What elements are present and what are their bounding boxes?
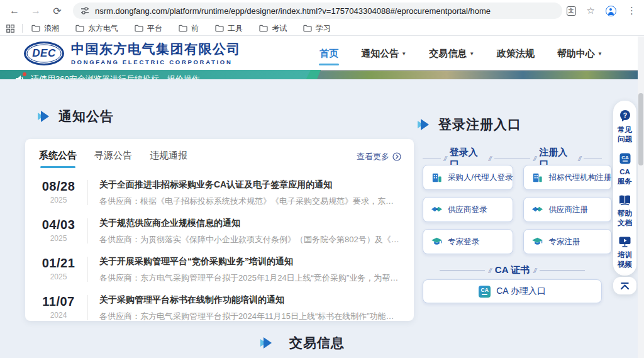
company-name-en: DONGFANG ELECTRIC CORPORATION [71, 59, 241, 65]
notices-card: 系统公告 寻源公告 违规通报 查看更多 08/28 2025 关于全面推进非招标… [25, 139, 414, 321]
folder-icon [75, 25, 84, 32]
notice-list-item[interactable]: 11/07 2024 关于采购管理平台标书在线制作功能培训的通知 各供应商：东方… [39, 288, 401, 327]
bookmark-folder-langchao[interactable]: 浪潮 [31, 23, 59, 34]
tab-label: 违规通报 [150, 150, 187, 162]
trade-section-header: 交易信息 [0, 334, 604, 352]
ca-service-rail-button[interactable]: CA CA服务 [617, 152, 633, 186]
ca-badge-underline [482, 294, 487, 295]
divider [87, 218, 88, 243]
question-bubble-icon: ? [618, 109, 632, 123]
view-more-link[interactable]: 查看更多 [357, 151, 401, 162]
nav-policies[interactable]: 政策法规 [497, 48, 535, 60]
notice-year: 2025 [39, 272, 78, 281]
scrollbar-thumb[interactable] [638, 93, 643, 165]
notice-description: 各供应商：根据《电子招标投标系统技术规范》《电子采购交易规范》要求，东方电气采购… [99, 196, 401, 207]
apps-grid-icon[interactable] [6, 25, 14, 33]
tab-label: 系统公告 [39, 150, 77, 162]
notice-date: 04/03 [39, 218, 78, 232]
divider [423, 159, 441, 159]
decorative-slashes: // [533, 155, 536, 162]
site-settings-icon[interactable] [80, 6, 89, 15]
main-navigation: 首页 通知公告 ▼ 交易信息 ▼ 政策法规 帮助中心 ▼ [319, 36, 602, 70]
bookmark-folder-pingtai[interactable]: 平台 [135, 23, 162, 34]
chevron-down-icon: ▼ [469, 51, 474, 57]
tab-active-underline [40, 166, 75, 168]
bookmark-folder-qian[interactable]: 前 [179, 23, 199, 34]
bookmark-folder-xuexi[interactable]: 学习 [303, 23, 331, 34]
page-scrollbar[interactable] [638, 36, 644, 358]
notice-list-item[interactable]: 04/03 2025 关于规范供应商企业规模信息的通知 各供应商：为贯彻落实《保… [39, 211, 401, 250]
tab-sourcing-notices[interactable]: 寻源公告 [94, 150, 132, 162]
notice-date-box: 01/21 2025 [39, 255, 78, 284]
handshake-icon [431, 204, 443, 216]
faq-rail-button[interactable]: ? 常见问题 [617, 109, 633, 144]
dec-logo-icon: DEC [24, 42, 64, 65]
supplier-login-button[interactable]: 供应商登录 [423, 197, 513, 222]
tab-violation-reports[interactable]: 违规通报 [150, 150, 187, 162]
profile-avatar-icon[interactable] [606, 6, 616, 16]
training-videos-rail-button[interactable]: 培训视频 [617, 236, 633, 269]
bookmark-label: 工具 [228, 23, 243, 34]
notice-date-box: 11/07 2024 [39, 293, 78, 322]
browser-reload-icon[interactable]: ⟳ [52, 5, 63, 17]
dec-logo-text: DEC [32, 47, 55, 60]
notice-title[interactable]: 关于全面推进非招标采购业务CA认证及电子签章应用的通知 [99, 179, 401, 191]
handshake-icon [531, 204, 543, 216]
chevron-down-icon: ▼ [597, 51, 602, 57]
browser-menu-icon[interactable]: ⋮ [627, 5, 636, 16]
tab-system-notices[interactable]: 系统公告 [39, 150, 77, 168]
floating-sidebar: ? 常见问题 CA CA服务 帮助文档 培训视频 [613, 101, 636, 276]
bookmark-label: 浪潮 [44, 23, 59, 34]
notice-title[interactable]: 关于开展采购管理平台“竞价采购业务”培训的通知 [99, 256, 401, 267]
nav-help-center[interactable]: 帮助中心 ▼ [557, 48, 602, 60]
notice-list-item[interactable]: 01/21 2025 关于开展采购管理平台“竞价采购业务”培训的通知 各供应商：… [39, 250, 401, 288]
nav-notices[interactable]: 通知公告 ▼ [361, 48, 406, 60]
notice-date: 11/07 [39, 294, 78, 309]
button-label: 专家注册 [548, 237, 580, 247]
bookmark-label: 平台 [147, 23, 162, 34]
folder-icon [31, 25, 40, 32]
notices-section-title: 通知公告 [58, 108, 114, 125]
company-logo[interactable]: DEC 中国东方电气集团有限公司 DONGFANG ELECTRIC CORPO… [24, 42, 241, 65]
back-to-top-button[interactable] [613, 277, 636, 294]
divider [87, 180, 88, 205]
notification-dot [23, 72, 26, 76]
bookmark-star-icon[interactable]: ☆ [587, 5, 595, 16]
browser-forward-icon[interactable]: → [30, 5, 42, 16]
bookmark-label: 学习 [316, 23, 331, 34]
ca-badge-icon: CA [479, 286, 491, 298]
folder-icon [215, 25, 224, 32]
notice-date-box: 08/28 2025 [39, 178, 78, 207]
notice-title[interactable]: 关于采购管理平台标书在线制作功能培训的通知 [99, 294, 401, 306]
agency-register-button[interactable]: 招标代理机构注册 [523, 165, 612, 190]
nav-home[interactable]: 首页 [319, 48, 338, 60]
help-docs-rail-button[interactable]: 帮助文档 [617, 194, 633, 228]
divider [540, 270, 585, 271]
back-to-top-icon [619, 282, 630, 290]
ca-apply-button[interactable]: CA CA 办理入口 [423, 279, 602, 303]
supplier-register-button[interactable]: 供应商注册 [523, 197, 612, 222]
faq-rail-label: 常见问题 [617, 125, 633, 144]
bookmark-folder-kaoshi[interactable]: 考试 [259, 23, 287, 34]
ca-service-rail-label: CA服务 [617, 167, 633, 186]
notice-title[interactable]: 关于规范供应商企业规模信息的通知 [99, 218, 401, 229]
building-icon [531, 172, 543, 184]
notices-section-header: 通知公告 [36, 108, 114, 125]
svg-text:?: ? [623, 111, 626, 119]
url-text[interactable]: nsrm.dongfang.com/platform/runtime/epp/d… [95, 6, 491, 16]
browser-back-icon[interactable]: ← [9, 5, 20, 16]
notice-list-item[interactable]: 08/28 2025 关于全面推进非招标采购业务CA认证及电子签章应用的通知 各… [39, 173, 401, 211]
purchaser-login-button[interactable]: 采购人/代理人登录 [423, 165, 513, 190]
expert-register-button[interactable]: 专家注册 [523, 229, 612, 254]
ca-group-header: // CA 证书 // [423, 264, 602, 276]
notices-tabs: 系统公告 寻源公告 违规通报 查看更多 [25, 139, 414, 172]
bookmark-folder-dongfang[interactable]: 东方电气 [75, 23, 118, 34]
bookmark-label: 东方电气 [88, 23, 118, 34]
bookmark-folder-gongju[interactable]: 工具 [215, 23, 243, 34]
notice-year: 2025 [39, 196, 78, 204]
section-arrow-icon [259, 336, 273, 350]
expert-login-button[interactable]: 专家登录 [423, 229, 513, 254]
nav-trade-info[interactable]: 交易信息 ▼ [429, 48, 474, 60]
translate-icon[interactable]: 文 [567, 6, 576, 16]
address-bar[interactable]: nsrm.dongfang.com/platform/runtime/epp/d… [73, 3, 562, 19]
